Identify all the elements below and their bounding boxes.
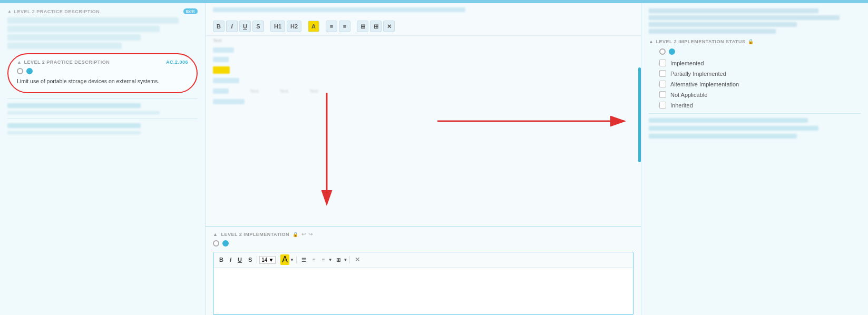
practice-description-text: Limit use of portable storage devices on… — [17, 77, 188, 86]
editor-sep4 — [349, 256, 350, 263]
editor-table[interactable]: ⊞ — [334, 256, 343, 264]
table-row-2 — [206, 45, 641, 55]
editor-align-wrapper[interactable]: ≡ ▼ — [319, 256, 333, 264]
blurred-line-4 — [7, 43, 122, 49]
editor-highlight-wrapper[interactable]: A ▼ — [280, 254, 294, 265]
left-panel: ▲ LEVEL 2 PRACTICE DESCRIPTION Edit ▲ LE… — [0, 3, 206, 315]
right-blurred-section-2 — [649, 126, 818, 131]
toolbar-table[interactable]: ⊞ — [370, 21, 382, 32]
editor-strike[interactable]: S — [246, 255, 255, 264]
table-row-3 — [206, 55, 641, 64]
editor-sep2 — [278, 256, 278, 263]
right-panel: ▲ LEVEL 2 IMPLEMENTATION STATUS 🔒 Implem… — [641, 3, 868, 315]
toolbar-h2[interactable]: H2 — [287, 21, 301, 32]
toolbar-highlight[interactable]: A — [308, 21, 319, 32]
mid-bottom-section: ▲ LEVEL 2 IMPLEMENTATION 🔒 ↩ ↪ — [206, 226, 641, 315]
blurred-section-title-2 — [7, 123, 141, 128]
table-row-6: Text Text Text — [206, 85, 641, 97]
checkbox-not-applicable[interactable]: Not Applicable — [659, 91, 861, 99]
impl-status-checkboxes: Implemented Partially Implemented Altern… — [649, 59, 861, 109]
blurred-line-1 — [7, 17, 179, 24]
checkbox-partially[interactable]: Partially Implemented — [659, 70, 861, 77]
edit-badge[interactable]: Edit — [183, 8, 198, 14]
editor-highlight[interactable]: A — [280, 254, 289, 265]
divider-1 — [7, 99, 198, 99]
editor-ordered-list[interactable]: ≡ — [310, 256, 318, 264]
editor-italic[interactable]: I — [227, 255, 234, 264]
impl-section-label-row: ▲ LEVEL 2 IMPLEMENTATION 🔒 ↩ ↪ — [206, 227, 641, 239]
redo-button[interactable]: ↪ — [308, 231, 313, 237]
blurred-section-title-1 — [7, 103, 141, 108]
divider-2 — [7, 119, 198, 119]
editor-area[interactable]: B I U S 14 ▼ A ▼ — [213, 252, 633, 315]
toolbar-strike[interactable]: S — [252, 21, 264, 32]
undo-button[interactable]: ↩ — [301, 231, 306, 237]
practice-code[interactable]: AC.2.006 — [166, 60, 188, 65]
editor-unordered-list[interactable]: ☰ — [299, 256, 309, 264]
toolbar-ul[interactable]: ≡ — [326, 21, 337, 32]
checkbox-partially-label: Partially Implemented — [670, 71, 726, 77]
impl-status-radio-selected[interactable] — [669, 48, 675, 55]
checkbox-inherited[interactable]: Inherited — [659, 101, 861, 109]
checkbox-alternative[interactable]: Alternative Implementation — [659, 80, 861, 88]
checkbox-implemented-box[interactable] — [659, 60, 666, 66]
toolbar-h1[interactable]: H1 — [270, 21, 285, 32]
impl-chevron-icon: ▲ — [213, 232, 218, 237]
impl-radio-selected[interactable] — [222, 240, 229, 247]
toolbar-sep3 — [321, 21, 324, 32]
lock-icon: 🔒 — [292, 232, 299, 237]
editor-bold[interactable]: B — [217, 255, 226, 264]
editor-highlight-arrow[interactable]: ▼ — [290, 258, 294, 262]
mid-panel-wrapper: B I U S H1 H2 A ≡ ≡ ⊞ ⊞ ✕ — [206, 3, 641, 315]
cell-blur-3 — [213, 78, 239, 83]
checkbox-alternative-label: Alternative Implementation — [670, 81, 739, 87]
checkbox-alternative-box[interactable] — [659, 81, 666, 87]
impl-status-lock-icon: 🔒 — [748, 39, 754, 44]
checkbox-inherited-box[interactable] — [659, 102, 666, 109]
impl-status-radio-unselected[interactable] — [659, 48, 666, 55]
editor-table-wrapper[interactable]: ⊞ ▼ — [334, 256, 348, 264]
editor-table-arrow[interactable]: ▼ — [344, 258, 348, 262]
practice-card-header: ▲ LEVEL 2 PRACTICE DESCRIPTION AC.2.006 — [17, 60, 188, 65]
checkbox-implemented[interactable]: Implemented — [659, 59, 861, 67]
editor-underline[interactable]: U — [235, 255, 245, 264]
toolbar-align[interactable]: ⊞ — [357, 21, 368, 32]
impl-status-title: LEVEL 2 IMPLEMENTATION STATUS — [656, 39, 745, 44]
editor-align[interactable]: ≡ — [319, 256, 328, 264]
toolbar-sep2 — [303, 21, 306, 32]
cell-blur-1 — [213, 47, 234, 53]
toolbar-close[interactable]: ✕ — [383, 21, 395, 32]
practice-card: ▲ LEVEL 2 PRACTICE DESCRIPTION AC.2.006 … — [7, 53, 198, 93]
mid-blurred-header — [213, 7, 465, 12]
right-blurred-section-1 — [649, 118, 808, 123]
right-blurred-2 — [649, 15, 840, 20]
toolbar-bold[interactable]: B — [213, 21, 225, 32]
radio-selected[interactable] — [26, 68, 33, 74]
editor-body[interactable] — [213, 268, 633, 307]
undo-redo-buttons[interactable]: ↩ ↪ — [301, 231, 313, 237]
editor-align-arrow[interactable]: ▼ — [328, 258, 333, 262]
checkbox-partially-box[interactable] — [659, 70, 666, 77]
editor-close[interactable]: ✕ — [352, 255, 363, 264]
right-divider-1 — [649, 113, 861, 114]
impl-radio-unselected[interactable] — [213, 240, 219, 247]
scroll-indicator[interactable] — [638, 67, 641, 162]
radio-unselected[interactable] — [17, 68, 23, 74]
mid-toolbar[interactable]: B I U S H1 H2 A ≡ ≡ ⊞ ⊞ ✕ — [206, 17, 641, 36]
toolbar-ol[interactable]: ≡ — [339, 21, 350, 32]
blurred-line-3 — [7, 34, 141, 41]
toolbar-italic[interactable]: I — [226, 21, 238, 32]
checkbox-not-applicable-box[interactable] — [659, 91, 666, 98]
editor-toolbar[interactable]: B I U S 14 ▼ A ▼ — [213, 252, 633, 268]
toolbar-underline[interactable]: U — [239, 21, 251, 32]
table-row-4 — [206, 64, 641, 76]
blurred-line-2 — [7, 26, 160, 32]
table-row-5 — [206, 76, 641, 85]
cell-blur-5 — [213, 99, 245, 104]
practice-radio-row — [17, 68, 188, 74]
right-blurred-section-3 — [649, 134, 797, 139]
editor-font-size[interactable]: 14 ▼ — [259, 256, 276, 264]
right-top-blurred — [649, 8, 861, 34]
toolbar-sep4 — [352, 21, 355, 32]
mid-top-blurred — [206, 3, 641, 17]
